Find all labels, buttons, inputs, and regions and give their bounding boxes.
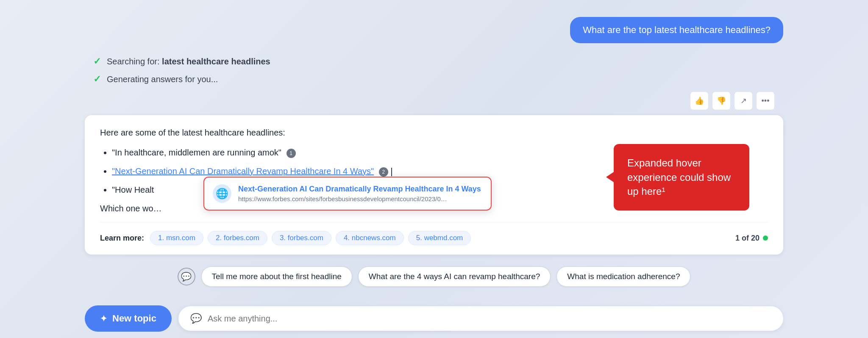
hover-popup-content: Next-Generation AI Can Dramatically Reva… [238, 185, 481, 202]
headline-text-3: "How Healt [112, 185, 154, 194]
hover-popup: 🌐 Next-Generation AI Can Dramatically Re… [203, 177, 492, 211]
hover-popup-title: Next-Generation AI Can Dramatically Reva… [238, 185, 481, 194]
page-counter-text: 1 of 20 [735, 234, 760, 243]
check-icon-search: ✓ [93, 56, 101, 67]
thumbs-up-button[interactable]: 👍 [690, 91, 709, 110]
action-toolbar: 👍 👎 ↗ ••• [85, 91, 783, 110]
green-dot-indicator [763, 235, 768, 241]
expanded-callout: Expanded hover experience could show up … [614, 144, 749, 211]
check-icon-generating: ✓ [93, 74, 101, 85]
more-button[interactable]: ••• [756, 91, 775, 110]
learn-more-bar: Learn more: 1. msn.com 2. forbes.com 3. … [100, 222, 768, 255]
page-counter: 1 of 20 [735, 234, 768, 243]
suggestions-icon: 💬 [178, 268, 195, 285]
bottom-bar: ✦ New topic 💬 [0, 305, 868, 338]
citation-badge-1: 1 [287, 149, 296, 158]
generating-status-row: ✓ Generating answers for you... [85, 74, 783, 85]
headline-text-1: "In healthcare, middlemen are running am… [112, 148, 281, 157]
new-topic-icon: ✦ [100, 313, 107, 324]
share-button[interactable]: ↗ [734, 91, 753, 110]
hover-popup-url: https://www.forbes.com/sites/forbesbusin… [238, 195, 450, 202]
searching-status-row: ✓ Searching for: latest healthcare headl… [85, 56, 783, 67]
headline-link-2[interactable]: "Next-Generation AI Can Dramatically Rev… [112, 166, 374, 176]
learn-more-label: Learn more: [100, 234, 144, 243]
user-message-row: What are the top latest healthcare headl… [85, 17, 783, 43]
searching-text: Searching for: latest healthcare headlin… [107, 57, 270, 66]
suggestions-row: 💬 Tell me more about the first headline … [85, 266, 783, 287]
text-cursor [391, 168, 392, 176]
ask-input[interactable] [208, 314, 771, 324]
new-topic-button[interactable]: ✦ New topic [85, 305, 172, 332]
ask-input-wrapper: 💬 [178, 306, 783, 331]
source-chip-1[interactable]: 1. msn.com [150, 231, 203, 245]
thumbs-down-button[interactable]: 👎 [712, 91, 731, 110]
source-chip-2[interactable]: 2. forbes.com [208, 231, 267, 245]
globe-icon: 🌐 [213, 184, 231, 203]
suggestion-chip-2[interactable]: What are the 4 ways AI can revamp health… [358, 266, 551, 287]
source-chip-5[interactable]: 5. webmd.com [408, 231, 471, 245]
response-intro: Here are some of the latest healthcare h… [100, 128, 768, 138]
suggestion-chip-3[interactable]: What is medication adherence? [556, 266, 690, 287]
source-chip-3[interactable]: 3. forbes.com [272, 231, 331, 245]
generating-text: Generating answers for you... [107, 75, 218, 84]
suggestion-chip-1[interactable]: Tell me more about the first headline [201, 266, 352, 287]
citation-badge-2: 2 [379, 167, 388, 177]
message-icon: 💬 [190, 313, 202, 324]
new-topic-label: New topic [112, 313, 156, 324]
source-chip-4[interactable]: 4. nbcnews.com [336, 231, 404, 245]
user-message-text: What are the top latest healthcare headl… [583, 25, 771, 35]
user-bubble: What are the top latest healthcare headl… [570, 17, 783, 43]
